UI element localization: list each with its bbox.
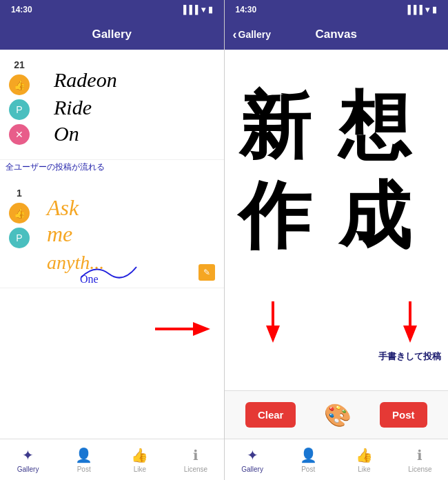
license-tab-label-right: License [408, 466, 431, 473]
battery-icon-right: ▮ [432, 5, 437, 14]
svg-text:Ask: Ask [45, 195, 79, 220]
license-tab-label-left: License [184, 466, 207, 473]
canvas-toolbar: Clear 🎨 Post [225, 390, 449, 439]
tab-bar-right: ✦ Gallery 👤 Post 👍 Like ℹ License [225, 439, 449, 480]
svg-text:成: 成 [338, 175, 411, 256]
svg-marker-16 [403, 326, 417, 343]
gallery-tab-label-right: Gallery [241, 466, 263, 473]
gallery-tab-label-left: Gallery [17, 466, 39, 473]
wifi-icon: ▾ [201, 5, 205, 14]
nav-bar-right: ‹ Gallery Canvas [225, 19, 449, 50]
canvas-area[interactable]: 新 想 作 成 手書きして投稿 [225, 50, 449, 390]
svg-marker-8 [193, 322, 210, 336]
gallery-item-left-1: 21 👍 P ✕ [6, 59, 33, 145]
status-bar-right: 14:30 ▐▐▐ ▾ ▮ [225, 0, 449, 19]
status-icons-left: ▐▐▐ ▾ ▮ [181, 5, 213, 14]
gallery-scroll: 21 👍 P ✕ Radeon Ride On 全ユーザーの投稿が流れる [0, 50, 224, 439]
tab-bar-left: ✦ Gallery 👤 Post 👍 Like ℹ License [0, 439, 224, 480]
close-btn-1[interactable]: ✕ [9, 124, 30, 145]
like-count-2: 1 [17, 188, 22, 199]
tab-license-right[interactable]: ℹ License [392, 447, 448, 473]
like-tab-label-right: Like [358, 466, 370, 473]
post-tab-label-left: Post [77, 466, 91, 473]
back-button[interactable]: ‹ Gallery [233, 28, 271, 42]
comment-btn-1[interactable]: P [9, 99, 30, 120]
right-screen: 14:30 ▐▐▐ ▾ ▮ ‹ Gallery Canvas 新 想 作 成 手… [225, 0, 449, 480]
palette-icon[interactable]: 🎨 [324, 402, 352, 428]
chevron-left-icon: ‹ [233, 28, 237, 42]
like-tab-icon-right: 👍 [356, 447, 373, 463]
tab-post-right[interactable]: 👤 Post [281, 447, 336, 473]
svg-text:Ride: Ride [53, 96, 92, 119]
license-tab-icon-right: ℹ [417, 447, 422, 463]
wifi-icon-right: ▾ [425, 5, 429, 14]
gallery-item-content-1: Radeon Ride On [33, 59, 218, 156]
battery-icon: ▮ [208, 5, 213, 14]
edit-overlay[interactable]: ✎ [198, 264, 215, 281]
gallery-annotation: 全ユーザーの投稿が流れる [0, 162, 105, 172]
status-icons-right: ▐▐▐ ▾ ▮ [405, 5, 437, 14]
time-left: 14:30 [11, 5, 32, 14]
post-tab-icon-left: 👤 [75, 447, 92, 463]
canvas-annotation: 手書きして投稿 [378, 350, 441, 363]
red-arrow-clear [266, 301, 301, 346]
gallery-title: Gallery [92, 28, 132, 41]
post-button[interactable]: Post [380, 402, 427, 428]
red-arrow-post [393, 301, 427, 346]
annotation-container: 全ユーザーの投稿が流れる [0, 160, 224, 178]
canvas-title: Canvas [316, 28, 357, 41]
back-label: Gallery [238, 29, 271, 40]
like-tab-label-left: Like [134, 466, 146, 473]
tab-gallery-right[interactable]: ✦ Gallery [225, 447, 281, 473]
post-tab-label-right: Post [301, 466, 315, 473]
like-tab-icon-left: 👍 [131, 447, 148, 463]
tab-like-left[interactable]: 👍 Like [112, 447, 167, 473]
svg-text:Radeon: Radeon [53, 68, 117, 91]
svg-marker-14 [266, 326, 280, 343]
gallery-tab-icon-right: ✦ [247, 447, 258, 463]
svg-text:me: me [47, 221, 72, 246]
tab-post-left[interactable]: 👤 Post [56, 447, 112, 473]
handwriting-svg-1: Radeon Ride On [33, 59, 212, 156]
blue-scribble: One [74, 257, 143, 284]
gallery-item-content-2: Ask me anyth... ✎ One [33, 188, 218, 284]
like-btn-2[interactable]: 👍 [9, 203, 30, 223]
svg-text:作: 作 [236, 175, 312, 256]
post-tab-icon-right: 👤 [300, 447, 317, 463]
svg-text:One: One [80, 273, 99, 284]
signal-icon: ▐▐▐ [181, 5, 198, 14]
tab-like-right[interactable]: 👍 Like [336, 447, 392, 473]
gallery-tab-icon-left: ✦ [22, 447, 34, 463]
svg-text:想: 想 [337, 86, 413, 166]
status-bar-left: 14:30 ▐▐▐ ▾ ▮ [0, 0, 224, 19]
license-tab-icon-left: ℹ [193, 447, 198, 463]
like-btn-1[interactable]: 👍 [9, 74, 30, 95]
gallery-item-left-2: 1 👍 P [6, 188, 33, 248]
svg-text:On: On [54, 122, 79, 145]
like-count-1: 21 [14, 59, 25, 70]
comment-btn-2[interactable]: P [9, 228, 30, 248]
left-screen: 14:30 ▐▐▐ ▾ ▮ Gallery 21 👍 P ✕ Radeon [0, 0, 224, 480]
gallery-item-1: 21 👍 P ✕ Radeon Ride On [0, 50, 224, 160]
red-arrow-right [155, 319, 210, 342]
signal-icon-right: ▐▐▐ [405, 5, 422, 14]
tab-license-left[interactable]: ℹ License [167, 447, 223, 473]
clear-button[interactable]: Clear [245, 402, 296, 428]
nav-bar-left: Gallery [0, 19, 224, 50]
tab-gallery-left[interactable]: ✦ Gallery [0, 447, 56, 473]
svg-text:新: 新 [238, 86, 312, 166]
time-right: 14:30 [236, 5, 257, 14]
gallery-item-2: 1 👍 P Ask me anyth... ✎ One [0, 178, 224, 288]
